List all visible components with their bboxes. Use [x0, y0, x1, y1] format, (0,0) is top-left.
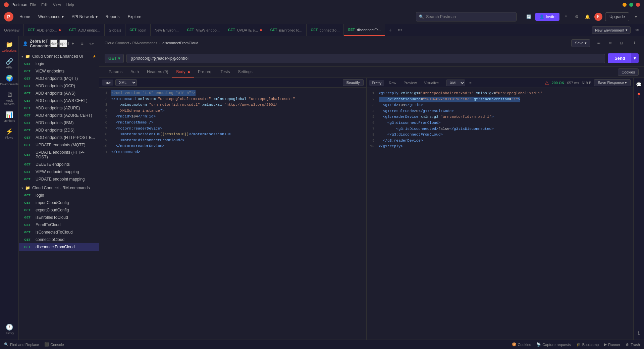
request-export-config[interactable]: GET exportCloudConfig: [19, 206, 99, 214]
add-icon[interactable]: +: [69, 40, 77, 48]
edit-icon[interactable]: ✏: [606, 39, 614, 47]
nav-workspaces[interactable]: Workspaces ▾: [35, 12, 67, 21]
request-is-enrolled[interactable]: GET isEnrolledToCloud: [19, 214, 99, 221]
request-body-editor[interactable]: 1 <?xml version="1.0" encoding="UTF-8"?>…: [99, 88, 366, 340]
collection-enhanced-ui[interactable]: ▾ 📁 Cloud Connect Enhanced UI ★: [19, 53, 99, 60]
menu-file[interactable]: File: [30, 3, 36, 7]
sidebar-item-history[interactable]: 🕐 History: [2, 321, 17, 337]
star-icon-1[interactable]: ★: [93, 54, 96, 59]
response-format-icon[interactable]: ≡: [467, 80, 474, 86]
cookies-button[interactable]: Cookies: [618, 68, 639, 76]
comments-icon[interactable]: 💬: [635, 81, 643, 89]
sidebar-item-monitors[interactable]: 📊 Monitors: [2, 109, 17, 124]
tab-add-button[interactable]: +: [385, 27, 395, 33]
location-icon[interactable]: 📍: [635, 91, 643, 99]
avatar[interactable]: R: [594, 13, 602, 21]
response-tab-pretty[interactable]: Pretty: [369, 80, 384, 86]
env-select-dropdown[interactable]: New Environment ▾: [592, 26, 631, 34]
tab-isenrolledto[interactable]: GET isEnrolledTo...: [266, 24, 307, 36]
tab-overview[interactable]: Overview: [0, 24, 24, 36]
copy-icon[interactable]: ⊡: [617, 39, 625, 47]
new-collection-button[interactable]: New: [50, 40, 58, 48]
request-view-mapping[interactable]: GET VIEW endpoint mapping: [19, 168, 99, 176]
save-button[interactable]: Save ▾: [571, 39, 590, 47]
trash-item[interactable]: 🗑 Trash: [626, 343, 640, 347]
request-add-aws[interactable]: GET ADD endpoints (AWS): [19, 90, 99, 97]
tab-add-endp-1[interactable]: GET ADD endp...: [24, 24, 65, 36]
request-add-mqtt[interactable]: GET ADD endpoints (MQTT): [19, 75, 99, 82]
settings-icon[interactable]: ⚙: [573, 13, 581, 21]
close-button[interactable]: [636, 3, 640, 7]
notification-icon[interactable]: 🔔: [584, 13, 592, 21]
tab-new-environ[interactable]: New Environ...: [151, 24, 183, 36]
request-is-connected[interactable]: GET isConnectedToCloud: [19, 229, 99, 236]
menu-view[interactable]: View: [53, 3, 61, 7]
send-button[interactable]: Send: [608, 53, 632, 63]
cookies-item[interactable]: 🍪 Cookies: [512, 342, 531, 347]
tab-body[interactable]: Body: [172, 67, 194, 78]
request-update-mqtt[interactable]: GET UPDATE endpoints (MQTT): [19, 141, 99, 149]
maximize-button[interactable]: [629, 3, 633, 7]
runner-item[interactable]: ▶ Runner: [604, 342, 620, 347]
sidebar-item-mock-servers[interactable]: 🖥 Mock Servers: [2, 89, 17, 108]
find-replace-item[interactable]: 🔍 Find and Replace: [4, 342, 39, 347]
request-add-ibm[interactable]: GET ADD endpoints (IBM): [19, 119, 99, 127]
tab-disconnectfr[interactable]: GET disconnectFr...: [344, 24, 385, 36]
tab-add-endp-2[interactable]: GET ADD endpo...: [65, 24, 105, 36]
tab-connectto[interactable]: GET connectTo...: [307, 24, 344, 36]
nav-home[interactable]: Home: [16, 12, 34, 21]
url-input[interactable]: [126, 54, 605, 63]
tab-globals[interactable]: Globals: [105, 24, 125, 36]
console-item[interactable]: ⬛ Console: [44, 342, 64, 347]
request-add-azure[interactable]: GET ADD endpoints (AZURE): [19, 104, 99, 112]
request-disconnect-cloud[interactable]: GET disconnectFromCloud: [19, 243, 99, 251]
request-rm-login[interactable]: GET login: [19, 192, 99, 199]
request-delete-endpoints[interactable]: GET DELETE endpoints: [19, 161, 99, 168]
save-response-button[interactable]: Save Response ▾: [594, 79, 631, 86]
import-button[interactable]: Import: [59, 40, 67, 48]
nav-reports[interactable]: Reports: [102, 12, 123, 21]
tab-tests[interactable]: Tests: [216, 67, 234, 78]
more-icon[interactable]: «»: [88, 40, 96, 48]
menu-edit[interactable]: Edit: [41, 3, 48, 7]
search-bar[interactable]: 🔍 Search Postman: [416, 12, 517, 21]
request-add-gcp[interactable]: GET ADD endpoints (GCP): [19, 82, 99, 90]
invite-button[interactable]: 👤 Invite: [535, 13, 559, 21]
tab-params[interactable]: Params: [105, 67, 126, 78]
raw-toggle[interactable]: raw: [102, 80, 113, 86]
sidebar-item-apis[interactable]: 🔗 APIs: [2, 56, 17, 71]
sidebar-item-environments[interactable]: 🌍 Environments: [2, 72, 17, 88]
sidebar-item-flows[interactable]: ⚡ Flows: [2, 126, 17, 141]
tab-login[interactable]: GET login: [125, 24, 151, 36]
request-update-mapping[interactable]: GET UPDATE endpoint mapping: [19, 176, 99, 183]
info-icon[interactable]: ℹ: [631, 39, 639, 47]
collection-rm-commands[interactable]: ▾ 📁 Cloud Connect - RM-commands: [19, 184, 99, 192]
request-connect-cloud[interactable]: GET connectToCloud: [19, 236, 99, 243]
tab-more-button[interactable]: •••: [395, 28, 405, 33]
request-enroll-cloud[interactable]: GET EnrollToCloud: [19, 221, 99, 229]
tab-auth[interactable]: Auth: [126, 67, 143, 78]
method-selector[interactable]: GET ▾: [105, 54, 124, 63]
response-format-selector[interactable]: XML: [446, 80, 465, 86]
request-import-config[interactable]: GET importCloudConfig: [19, 199, 99, 206]
menu-help[interactable]: Help: [66, 3, 74, 7]
chevron-down-icon-3[interactable]: ▾: [632, 13, 640, 21]
request-add-azure-cert[interactable]: GET ADD endpoints (AZURE CERT): [19, 112, 99, 119]
tab-view-endpo[interactable]: GET VIEW endpo...: [183, 24, 224, 36]
nav-explore[interactable]: Explore: [124, 12, 145, 21]
format-selector[interactable]: XML JSON Text: [115, 79, 137, 86]
fork-icon[interactable]: ⑂: [562, 13, 570, 21]
request-add-aws-cert[interactable]: GET ADD endpoints (AWS CERT): [19, 97, 99, 104]
sidebar-item-collections[interactable]: 📁 Collections: [2, 39, 17, 54]
request-view-endpoints[interactable]: GET VIEW endpoints: [19, 67, 99, 75]
more-actions-button[interactable]: •••: [593, 40, 604, 46]
tab-settings[interactable]: Settings: [234, 67, 256, 78]
info-right-icon[interactable]: ℹ: [635, 329, 643, 337]
request-update-http-post[interactable]: GET UPDATE endpoints (HTTP-POST): [19, 149, 99, 161]
request-add-http-post[interactable]: GET ADD endpoints (HTTP-POST B...: [19, 134, 99, 141]
response-tab-visualize[interactable]: Visualize: [421, 80, 441, 86]
capture-item[interactable]: 📡 Capture requests: [536, 342, 571, 347]
tab-headers[interactable]: Headers (9): [143, 67, 172, 78]
tab-pre-req[interactable]: Pre-req.: [194, 67, 216, 78]
nav-api-network[interactable]: API Network ▾: [68, 12, 101, 21]
